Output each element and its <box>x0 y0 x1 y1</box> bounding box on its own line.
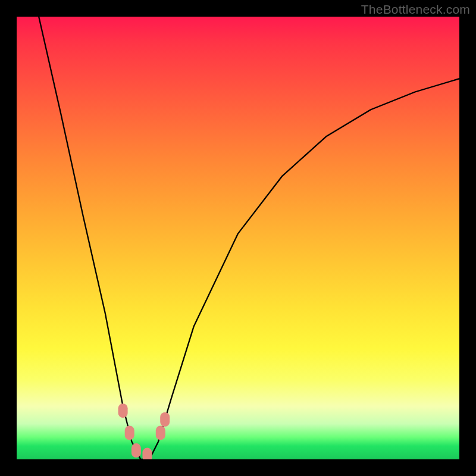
bottleneck-curve <box>39 17 459 459</box>
highlight-dot <box>125 425 134 440</box>
highlight-dot <box>143 448 152 459</box>
watermark-text: TheBottleneck.com <box>361 2 470 17</box>
highlight-dot <box>160 412 170 427</box>
highlight-dot <box>131 443 141 458</box>
curve-layer <box>17 17 459 459</box>
chart-frame: TheBottleneck.com <box>0 0 476 476</box>
highlight-dot <box>118 403 128 418</box>
plot-area <box>17 17 459 459</box>
highlight-dot <box>156 425 165 440</box>
